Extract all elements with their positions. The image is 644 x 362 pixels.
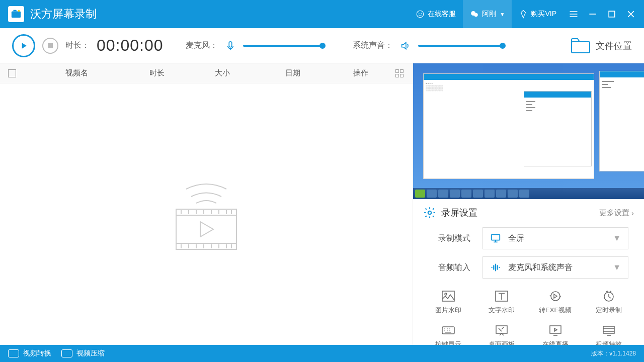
mode-select[interactable]: 全屏 ▼ [482,227,628,249]
select-all-checkbox[interactable] [8,69,16,77]
video-compress-button[interactable]: 视频压缩 [61,349,105,358]
mic-slider[interactable] [243,45,324,47]
convert-label: 视频转换 [23,349,51,358]
col-operation: 操作 [333,68,388,78]
svg-rect-12 [396,74,399,77]
svg-rect-24 [442,327,454,334]
chevron-down-icon: ▼ [613,234,621,243]
vip-button[interactable]: 购买VIP [512,0,564,28]
close-button[interactable] [626,9,636,19]
convert-icon [8,349,19,357]
settings-title: 录屏设置 [441,207,594,219]
chevron-down-icon: ▼ [613,263,621,272]
app-title: 沃方屏幕录制 [30,7,97,22]
svg-point-6 [474,13,478,17]
file-location-label: 文件位置 [596,40,632,52]
system-audio-slider[interactable] [418,45,504,47]
menu-icon[interactable] [569,9,579,19]
chevron-right-icon: › [631,209,634,217]
empty-video-icon [161,174,252,254]
tool-label: 按键显示 [435,340,461,345]
tool-live-stream[interactable]: 在线直播 [530,322,581,345]
svg-point-4 [421,13,422,14]
tool-exe-convert[interactable]: 转EXE视频 [530,288,581,317]
video-convert-button[interactable]: 视频转换 [8,349,51,358]
svg-rect-13 [400,74,404,77]
svg-rect-7 [609,11,615,17]
speaker-icon[interactable] [400,40,411,51]
tool-keypress-display[interactable]: 按键显示 [423,322,473,345]
svg-point-22 [551,292,560,301]
diamond-icon [519,10,528,19]
col-name: 视频名 [31,68,122,78]
maximize-button[interactable] [607,9,617,19]
col-duration: 时长 [122,68,192,78]
audio-value: 麦克风和系统声音 [508,262,606,273]
file-location-button[interactable]: 文件位置 [571,38,632,54]
settings-panel: 录屏设置 更多设置 › 录制模式 全屏 ▼ 音频输入 麦克风和系统声音 [413,199,644,345]
tools-grid: 图片水印 文字水印 转EXE视频 定时录制 按键显示 [423,288,634,345]
gear-icon [423,206,436,219]
list-header: 视频名 时长 大小 日期 操作 [0,63,413,83]
audio-label: 音频输入 [438,262,473,273]
text-icon [495,290,509,302]
convert-icon [548,290,562,302]
minimize-button[interactable] [588,9,598,19]
more-settings-button[interactable]: 更多设置 › [599,208,634,218]
support-label: 在线客服 [428,10,456,19]
clock-icon [602,290,616,302]
svg-rect-26 [550,326,561,333]
toolbar: 时长： 00:00:00 麦克风： 系统声音： 文件位置 [0,28,644,63]
tool-image-watermark[interactable]: 图片水印 [423,288,473,317]
more-settings-label: 更多设置 [599,208,629,218]
folder-icon [571,38,591,54]
right-panel: ▪ ▪ ▪ ▪░░░░░░░░░░░░░░░░ ▬▬▬▬▬▬▬▬▬▬ ▬▬▬▬▬… [413,63,644,345]
svg-rect-25 [496,326,507,333]
footer: 视频转换 视频压缩 版本：v1.1.1428 [0,345,644,362]
user-button[interactable]: 阿刚 ▼ [463,0,512,28]
tool-label: 图片水印 [435,306,461,315]
audio-select[interactable]: 麦克风和系统声音 ▼ [482,256,628,279]
titlebar: 沃方屏幕录制 在线客服 阿刚 ▼ 购买VIP [0,0,644,28]
support-icon [416,10,425,19]
duration-label: 时长： [65,40,90,51]
stream-icon [548,324,562,336]
image-icon [441,290,455,302]
svg-point-3 [419,13,420,14]
tool-video-effects[interactable]: 视频特效 [584,322,634,345]
wechat-icon [470,10,479,19]
mic-label: 麦克风： [186,40,218,51]
tool-label: 桌面画板 [489,340,515,345]
tool-label: 转EXE视频 [539,306,572,315]
draw-board-icon [495,324,509,336]
tool-scheduled-record[interactable]: 定时录制 [584,288,634,317]
tool-desktop-draw[interactable]: 桌面画板 [476,322,527,345]
mode-label: 录制模式 [438,233,473,244]
tool-label: 在线直播 [542,340,569,345]
compress-label: 视频压缩 [76,349,105,358]
sys-label: 系统声音： [353,40,393,51]
tool-label: 视频特效 [596,340,622,345]
chevron-down-icon: ▼ [500,12,505,17]
grid-view-button[interactable] [394,68,405,78]
col-date: 日期 [253,68,333,78]
tool-label: 文字水印 [489,306,515,315]
stop-button[interactable] [42,38,58,54]
version-label: 版本：v1.1.1428 [591,349,636,358]
mode-value: 全屏 [508,233,606,244]
audio-wave-icon [490,262,501,273]
tool-text-watermark[interactable]: 文字水印 [476,288,527,317]
svg-rect-11 [400,69,404,72]
video-list-panel: 视频名 时长 大小 日期 操作 [0,63,413,345]
svg-rect-0 [12,12,21,18]
app-icon [8,6,24,22]
svg-point-1 [18,10,20,12]
effects-icon [602,324,616,336]
microphone-icon[interactable] [225,40,236,51]
svg-point-20 [445,293,447,295]
col-size: 大小 [192,68,253,78]
support-button[interactable]: 在线客服 [409,0,463,28]
svg-rect-27 [603,326,614,333]
compress-icon [61,349,72,357]
record-button[interactable] [12,34,35,57]
